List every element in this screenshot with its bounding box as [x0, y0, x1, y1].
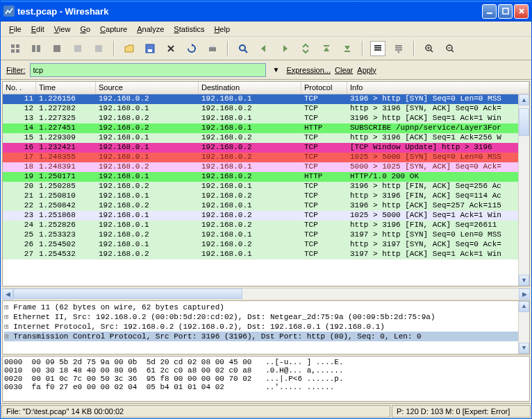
save-icon[interactable] [142, 41, 158, 56]
colorize-icon[interactable] [370, 41, 385, 56]
menu-analyze[interactable]: Analyze [133, 24, 168, 35]
packet-row[interactable]: 231.251868192.168.0.1192.168.0.2TCP1025 … [3, 211, 529, 221]
svg-rect-18 [374, 45, 381, 46]
menu-statistics[interactable]: Statistics [169, 24, 208, 35]
menu-file[interactable]: File [5, 24, 26, 35]
clear-button[interactable]: Clear [335, 66, 353, 74]
zoom-in-icon[interactable] [422, 41, 437, 56]
svg-rect-5 [16, 49, 19, 53]
scroll-right-icon[interactable]: ▶ [519, 289, 530, 300]
col-src[interactable]: Source [96, 82, 199, 94]
close-file-icon[interactable] [163, 41, 178, 56]
menu-edit[interactable]: Edit [27, 24, 49, 35]
packet-row[interactable]: 181.248391192.168.0.2192.168.0.1TCP5000 … [3, 162, 529, 172]
hex-pane[interactable]: 0000 00 09 5b 2d 75 9a 00 0b 5d 20 cd 02… [2, 356, 530, 402]
packet-row[interactable]: 111.226156192.168.0.2192.168.0.1TCP3196 … [3, 94, 529, 104]
restart-icon[interactable] [91, 41, 106, 56]
open-icon[interactable] [122, 41, 137, 56]
packet-row[interactable]: 151.229309192.168.0.1192.168.0.2TCPhttp … [3, 133, 529, 143]
packet-row[interactable]: 221.250842192.168.0.2192.168.0.1TCP3196 … [3, 201, 529, 211]
packet-row[interactable]: 241.252826192.168.0.1192.168.0.2TCPhttp … [3, 221, 529, 230]
tree-item[interactable]: ⊞ Ethernet II, Src: 192.168.0.2 (00:0b:5… [4, 312, 528, 322]
svg-rect-0 [487, 12, 492, 14]
packet-row[interactable]: 161.232421192.168.0.1192.168.0.2TCP[TCP … [3, 143, 529, 153]
filter-label[interactable]: Filter: [6, 66, 26, 74]
col-proto[interactable]: Protocol [301, 82, 347, 94]
packet-row[interactable]: 261.254502192.168.0.1192.168.0.2TCPhttp … [3, 240, 529, 250]
tree-item[interactable]: ⊞ Frame 11 (62 bytes on wire, 62 bytes c… [4, 302, 528, 312]
col-dst[interactable]: Destination [199, 82, 301, 94]
filter-dropdown-icon[interactable]: ▼ [270, 66, 283, 74]
reload-icon[interactable] [184, 41, 199, 56]
separator [227, 41, 228, 56]
titlebar[interactable]: test.pcap - Wireshark [1, 1, 531, 22]
goto-forward-icon[interactable] [277, 41, 292, 56]
window-title: test.pcap - Wireshark [17, 6, 482, 17]
scroll-left-icon[interactable]: ◀ [2, 289, 13, 300]
scroll-down-icon[interactable]: ▼ [519, 343, 529, 354]
menu-help[interactable]: Help [210, 24, 234, 35]
close-button[interactable] [514, 4, 529, 19]
options-icon[interactable] [28, 41, 44, 56]
packet-row[interactable]: 201.250285192.168.0.2192.168.0.1TCP3196 … [3, 182, 529, 191]
svg-rect-13 [209, 47, 216, 51]
menubar: FileEditViewGoCaptureAnalyzeStatisticsHe… [1, 22, 531, 37]
svg-rect-10 [95, 45, 102, 52]
goto-back-icon[interactable] [256, 41, 272, 56]
packet-row[interactable]: 271.254532192.168.0.2192.168.0.1TCP3197 … [3, 250, 529, 259]
scroll-thumb[interactable] [13, 289, 242, 299]
minimize-button[interactable] [482, 4, 497, 19]
details-pane[interactable]: ⊞ Frame 11 (62 bytes on wire, 62 bytes c… [2, 300, 530, 354]
vertical-scrollbar[interactable]: ▲ ▼ [518, 94, 529, 286]
menu-capture[interactable]: Capture [96, 24, 131, 35]
svg-rect-9 [74, 45, 81, 52]
menu-view[interactable]: View [50, 24, 75, 35]
horizontal-scrollbar[interactable]: ◀ ▶ [2, 288, 530, 299]
interfaces-icon[interactable] [8, 41, 23, 56]
packet-list[interactable]: 111.226156192.168.0.2192.168.0.1TCP3196 … [3, 94, 529, 286]
print-icon[interactable] [205, 41, 220, 56]
goto-last-icon[interactable] [340, 41, 355, 56]
apply-button[interactable]: Apply [357, 66, 376, 74]
packet-row[interactable]: 251.253323192.168.0.2192.168.0.1TCP3197 … [3, 230, 529, 240]
find-icon[interactable] [235, 41, 251, 56]
separator [362, 41, 363, 56]
start-icon[interactable] [49, 41, 65, 56]
packet-row[interactable]: 121.227282192.168.0.1192.168.0.2TCPhttp … [3, 104, 529, 114]
packet-row[interactable]: 131.227325192.168.0.2192.168.0.1TCP3196 … [3, 114, 529, 123]
svg-rect-12 [148, 49, 152, 52]
svg-rect-4 [11, 49, 15, 53]
scroll-up-icon[interactable]: ▲ [519, 94, 529, 105]
svg-rect-16 [324, 45, 329, 46]
filter-input[interactable] [30, 63, 266, 77]
packet-row[interactable]: 141.227451192.168.0.2192.168.0.1HTTPSUBS… [3, 123, 529, 133]
menu-go[interactable]: Go [76, 24, 94, 35]
autoscroll-icon[interactable] [391, 41, 406, 56]
vertical-scrollbar[interactable]: ▲ ▼ [518, 301, 529, 354]
scroll-down-icon[interactable]: ▼ [519, 275, 529, 286]
scroll-up-icon[interactable]: ▲ [519, 301, 529, 312]
svg-point-15 [240, 45, 245, 51]
statusbar: File: "D:\test.pcap" 14 KB 00:00:02 P: 1… [1, 403, 531, 418]
wireshark-window: test.pcap - Wireshark FileEditViewGoCapt… [0, 0, 532, 419]
col-time[interactable]: Time [36, 82, 96, 94]
packet-row[interactable]: 191.250171192.168.0.1192.168.0.2HTTPHTTP… [3, 172, 529, 182]
col-no[interactable]: No. . [3, 82, 36, 94]
filter-bar: Filter: ▼ Expression... Clear Apply [1, 60, 531, 80]
svg-rect-22 [395, 47, 402, 49]
maximize-button[interactable] [498, 4, 513, 19]
expression-button[interactable]: Expression... [286, 66, 331, 74]
tree-item[interactable]: ⊞ Transmission Control Protocol, Src Por… [4, 332, 528, 341]
zoom-out-icon[interactable] [442, 41, 458, 56]
svg-rect-23 [395, 49, 402, 51]
scroll-thumb[interactable] [519, 108, 529, 136]
separator [413, 41, 415, 56]
stop-icon[interactable] [70, 41, 85, 56]
packet-row[interactable]: 171.248355192.168.0.1192.168.0.2TCP1025 … [3, 153, 529, 162]
col-info[interactable]: Info [347, 82, 529, 94]
goto-packet-icon[interactable] [298, 41, 313, 56]
goto-first-icon[interactable] [319, 41, 334, 56]
packet-row[interactable]: 211.250810192.168.0.1192.168.0.2TCPhttp … [3, 191, 529, 201]
tree-item[interactable]: ⊞ Internet Protocol, Src: 192.168.0.2 (1… [4, 322, 528, 332]
svg-rect-6 [32, 45, 35, 52]
